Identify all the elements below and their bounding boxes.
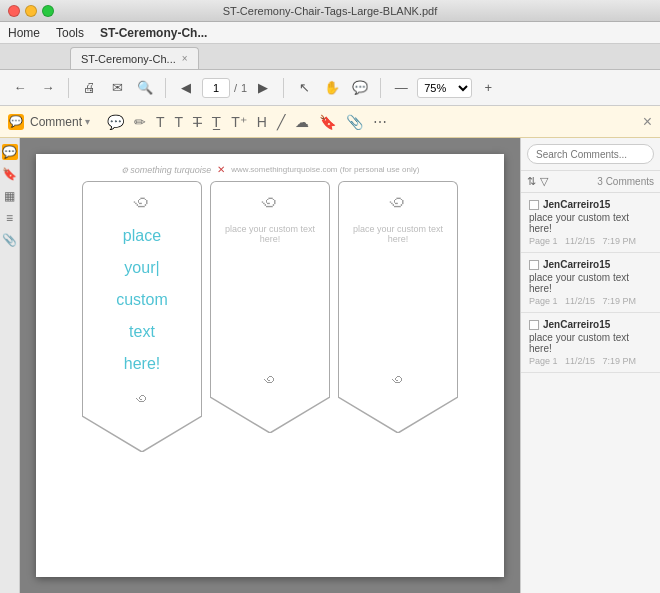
file-tab[interactable]: ST-Ceremony-Ch... ×: [70, 47, 199, 69]
window-title: ST-Ceremony-Chair-Tags-Large-BLANK.pdf: [223, 5, 438, 17]
comment-3-author: JenCarreiro15: [543, 319, 610, 330]
tags-container: ꩜ place your| custom text here! ꩜: [46, 181, 494, 452]
main-area: 💬 🔖 ▦ ≡ 📎 ⚙ something turquoise ✕ www.so…: [0, 138, 660, 593]
select-tool-btn[interactable]: ↖: [292, 76, 316, 100]
comment-sidebar-icon[interactable]: 💬: [2, 144, 18, 160]
prev-page-btn[interactable]: ◀: [174, 76, 198, 100]
pdf-divider: ✕: [217, 164, 225, 175]
next-page-btn[interactable]: ▶: [251, 76, 275, 100]
sep2: [165, 78, 166, 98]
comment-panel-toolbar: ⇅ ▽ 3 Comments: [521, 171, 660, 193]
sep3: [283, 78, 284, 98]
layers-sidebar-icon[interactable]: ≡: [2, 210, 18, 226]
page-number-input[interactable]: 1: [202, 78, 230, 98]
comment-list: JenCarreiro15 place your custom text her…: [521, 193, 660, 593]
back-btn[interactable]: ←: [8, 76, 32, 100]
tag-1-chevron: [82, 416, 202, 452]
sticky-note-tool[interactable]: 💬: [104, 112, 127, 132]
callout-tool[interactable]: ☁: [292, 112, 312, 132]
comment-search-input[interactable]: [527, 144, 654, 164]
comment-tools: 💬 ✏ T T T̶ T̲ T⁺ H ╱ ☁ 🔖 📎 ⋯: [104, 112, 390, 132]
comment-icon: 💬: [8, 114, 24, 130]
tag-3-side-borders: [338, 361, 458, 369]
tag-2: ꩜ place your custom text here! ꩜: [210, 181, 330, 452]
text-tool[interactable]: T: [153, 112, 168, 132]
text-strikethrough-tool[interactable]: T̶: [190, 112, 205, 132]
comment-1-checkbox[interactable]: [529, 200, 539, 210]
comment-bar-right: ×: [643, 113, 652, 131]
tag-3-top-deco: ꩜: [387, 190, 409, 216]
attach-tool[interactable]: 📎: [343, 112, 366, 132]
comment-1-author: JenCarreiro15: [543, 199, 610, 210]
minimize-button[interactable]: [25, 5, 37, 17]
tag-1-footer-deco: ꩜: [134, 390, 150, 408]
menu-file[interactable]: ST-Ceremony-Ch...: [100, 26, 207, 40]
comment-bar-close[interactable]: ×: [643, 113, 652, 130]
print-btn[interactable]: 🖨: [77, 76, 101, 100]
text-color-tool[interactable]: T: [172, 112, 187, 132]
highlight-tool[interactable]: H: [254, 112, 270, 132]
comment-dropdown-icon[interactable]: ▾: [85, 116, 90, 127]
pdf-url: www.somethingturquoise.com (for personal…: [231, 165, 419, 174]
tag-2-text[interactable]: place your custom text here!: [217, 224, 323, 244]
tag-2-chevron: [210, 397, 330, 433]
tag-3-text[interactable]: place your custom text here!: [345, 224, 451, 244]
right-panel: ⇅ ▽ 3 Comments JenCarreiro15 place your …: [520, 138, 660, 593]
comment-2-checkbox[interactable]: [529, 260, 539, 270]
tag-3: ꩜ place your custom text here! ꩜: [338, 181, 458, 452]
comment-count: 3 Comments: [597, 176, 654, 187]
tab-bar: ST-Ceremony-Ch... ×: [0, 44, 660, 70]
left-sidebar: 💬 🔖 ▦ ≡ 📎: [0, 138, 20, 593]
pdf-page: ⚙ something turquoise ✕ www.somethingtur…: [36, 154, 504, 577]
hand-tool-btn[interactable]: ✋: [320, 76, 344, 100]
line-tool[interactable]: ╱: [274, 112, 288, 132]
pdf-area: ⚙ something turquoise ✕ www.somethingtur…: [20, 138, 520, 593]
comment-3-text: place your custom text here!: [529, 332, 652, 354]
page-total: 1: [241, 82, 247, 94]
text-underline-tool[interactable]: T̲: [209, 112, 224, 132]
main-toolbar: ← → 🖨 ✉ 🔍 ◀ 1 / 1 ▶ ↖ ✋ 💬 — 75% 100% 150…: [0, 70, 660, 106]
forward-btn[interactable]: →: [36, 76, 60, 100]
comment-1-text: place your custom text here!: [529, 212, 652, 234]
tag-2-top-deco: ꩜: [259, 190, 281, 216]
tag-3-footer: ꩜: [338, 369, 458, 397]
tab-close-icon[interactable]: ×: [182, 53, 188, 64]
bookmark-sidebar-icon[interactable]: 🔖: [2, 166, 18, 182]
menu-home[interactable]: Home: [8, 26, 40, 40]
tag-2-footer-deco: ꩜: [262, 371, 278, 389]
zoom-select[interactable]: 75% 100% 150%: [417, 78, 472, 98]
comment-bar: 💬 Comment ▾ 💬 ✏ T T T̶ T̲ T⁺ H ╱ ☁ 🔖 📎 ⋯…: [0, 106, 660, 138]
zoom-in-btn[interactable]: +: [476, 76, 500, 100]
attachments-sidebar-icon[interactable]: 📎: [2, 232, 18, 248]
filter-icon[interactable]: ▽: [540, 175, 548, 188]
email-btn[interactable]: ✉: [105, 76, 129, 100]
pencil-tool[interactable]: ✏: [131, 112, 149, 132]
text-insert-tool[interactable]: T⁺: [228, 112, 250, 132]
zoom-out-btn[interactable]: —: [389, 76, 413, 100]
tag-3-body: ꩜ place your custom text here!: [338, 181, 458, 361]
window-controls[interactable]: [8, 5, 54, 17]
search-btn[interactable]: 🔍: [133, 76, 157, 100]
comment-3-checkbox[interactable]: [529, 320, 539, 330]
title-bar: ST-Ceremony-Chair-Tags-Large-BLANK.pdf: [0, 0, 660, 22]
tag-2-body: ꩜ place your custom text here!: [210, 181, 330, 361]
comment-3-meta: Page 1 11/2/15 7:19 PM: [529, 356, 652, 366]
pdf-header: ⚙ something turquoise ✕ www.somethingtur…: [46, 164, 494, 175]
comment-2-meta: Page 1 11/2/15 7:19 PM: [529, 296, 652, 306]
pages-sidebar-icon[interactable]: ▦: [2, 188, 18, 204]
comment-2-text: place your custom text here!: [529, 272, 652, 294]
comment-tool-btn[interactable]: 💬: [348, 76, 372, 100]
comment-search-area: [521, 138, 660, 171]
maximize-button[interactable]: [42, 5, 54, 17]
tag-2-footer: ꩜: [210, 369, 330, 397]
stamp-tool[interactable]: 🔖: [316, 112, 339, 132]
more-tool[interactable]: ⋯: [370, 112, 390, 132]
tag-2-side-borders: [210, 361, 330, 369]
comment-entry-3: JenCarreiro15 place your custom text her…: [521, 313, 660, 373]
comment-label: Comment ▾: [30, 115, 90, 129]
close-button[interactable]: [8, 5, 20, 17]
menu-tools[interactable]: Tools: [56, 26, 84, 40]
tag-1-text[interactable]: place your| custom text here!: [116, 220, 168, 380]
sort-icon[interactable]: ⇅: [527, 175, 536, 188]
sep4: [380, 78, 381, 98]
